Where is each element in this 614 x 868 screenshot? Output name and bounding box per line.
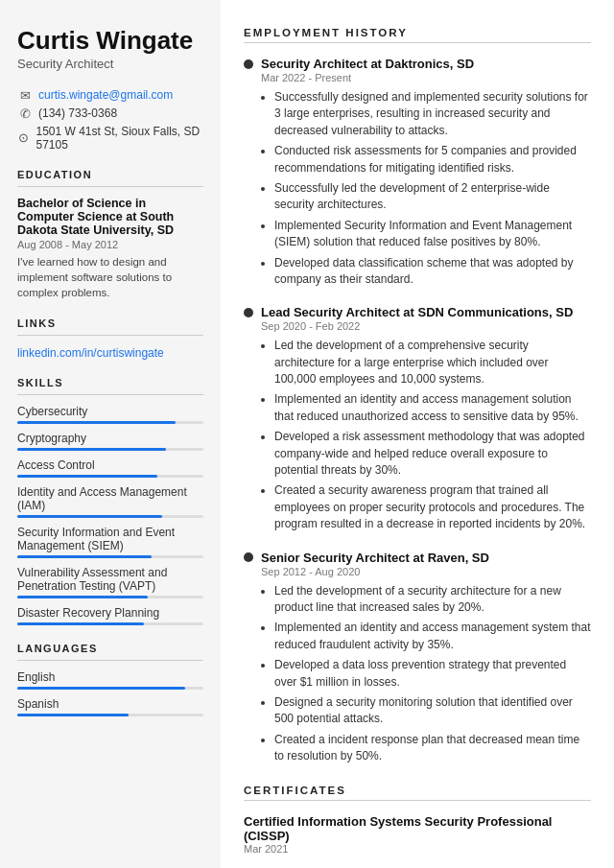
skill-label: Identity and Access Management (IAM) bbox=[17, 485, 203, 512]
job-bullet: Successfully led the development of 2 en… bbox=[274, 180, 591, 214]
skill-label: Access Control bbox=[17, 458, 203, 472]
main-content: EMPLOYMENT HISTORY Security Architect at… bbox=[221, 0, 614, 868]
certificates-section: CERTIFICATES Certified Information Syste… bbox=[244, 785, 591, 869]
job-header: Senior Security Architect at Raven, SD bbox=[244, 551, 591, 565]
skill-bar-fill bbox=[17, 475, 157, 478]
skill-item: Disaster Recovery Planning bbox=[17, 606, 203, 625]
job-title: Senior Security Architect at Raven, SD bbox=[261, 551, 489, 565]
job-bullet: Implemented Security Information and Eve… bbox=[274, 218, 591, 251]
language-item: Spanish bbox=[17, 697, 203, 716]
job-dot bbox=[244, 308, 253, 317]
education-section-title: EDUCATION bbox=[17, 169, 203, 180]
skill-bar-fill bbox=[17, 515, 162, 518]
job-header: Lead Security Architect at SDN Communica… bbox=[244, 305, 591, 319]
skill-bar-background bbox=[17, 555, 203, 558]
certificates-title: CERTIFICATES bbox=[244, 785, 591, 796]
linkedin-link[interactable]: linkedin.com/in/curtiswingate bbox=[17, 346, 164, 360]
skill-item: Access Control bbox=[17, 458, 203, 478]
address-contact: ⊙ 1501 W 41st St, Sioux Falls, SD 57105 bbox=[17, 125, 203, 152]
location-icon: ⊙ bbox=[17, 130, 30, 145]
job-date: Mar 2022 - Present bbox=[261, 72, 591, 83]
job-bullet: Led the development of a comprehensive s… bbox=[274, 338, 591, 387]
job-entry: Lead Security Architect at SDN Communica… bbox=[244, 305, 591, 532]
job-bullet: Conducted risk assessments for 5 compani… bbox=[274, 143, 591, 176]
language-bar-background bbox=[17, 687, 203, 690]
certificate-name: Certified Information Systems Security P… bbox=[244, 814, 591, 843]
skill-label: Cybersecurity bbox=[17, 405, 203, 418]
job-bullet: Implemented an identity and access manag… bbox=[274, 391, 591, 425]
skill-bar-background bbox=[17, 515, 203, 518]
skill-label: Vulnerability Assessment and Penetration… bbox=[17, 566, 203, 593]
skill-label: Cryptography bbox=[17, 432, 203, 445]
job-date: Sep 2012 - Aug 2020 bbox=[261, 566, 591, 577]
job-bullet: Led the development of a security archit… bbox=[274, 583, 591, 617]
skill-bar-background bbox=[17, 475, 203, 478]
language-label: Spanish bbox=[17, 697, 203, 711]
job-bullet: Developed a risk assessment methodology … bbox=[274, 429, 591, 479]
job-bullet: Created a incident response plan that de… bbox=[274, 732, 591, 765]
job-bullet: Developed a data loss prevention strateg… bbox=[274, 657, 591, 691]
phone-contact: ✆ (134) 733-0368 bbox=[17, 106, 203, 121]
skill-item: Cryptography bbox=[17, 432, 203, 451]
job-header: Security Architect at Daktronics, SD bbox=[244, 57, 591, 71]
job-bullets: Led the development of a comprehensive s… bbox=[261, 338, 591, 532]
job-title: Lead Security Architect at SDN Communica… bbox=[261, 305, 573, 319]
language-bar-fill bbox=[17, 714, 129, 716]
skill-bar-background bbox=[17, 421, 203, 424]
skill-bar-fill bbox=[17, 596, 148, 598]
job-entry: Security Architect at Daktronics, SD Mar… bbox=[244, 57, 591, 288]
skill-bar-fill bbox=[17, 622, 144, 625]
job-bullets: Led the development of a security archit… bbox=[261, 583, 591, 765]
skills-divider bbox=[17, 394, 203, 395]
languages-list: English Spanish bbox=[17, 670, 203, 716]
job-date: Sep 2020 - Feb 2022 bbox=[261, 320, 591, 332]
sidebar: Curtis Wingate Security Architect ✉ curt… bbox=[0, 0, 221, 868]
skill-item: Cybersecurity bbox=[17, 405, 203, 424]
employment-divider bbox=[244, 42, 591, 43]
education-date: Aug 2008 - May 2012 bbox=[17, 239, 203, 250]
skill-bar-fill bbox=[17, 555, 152, 558]
resume-container: Curtis Wingate Security Architect ✉ curt… bbox=[0, 0, 614, 868]
address-value: 1501 W 41st St, Sioux Falls, SD 57105 bbox=[35, 125, 203, 152]
language-label: English bbox=[17, 670, 203, 684]
email-contact: ✉ curtis.wingate@gmail.com bbox=[17, 88, 203, 103]
skill-bar-background bbox=[17, 596, 203, 598]
job-bullet: Created a security awareness program tha… bbox=[274, 482, 591, 532]
candidate-name: Curtis Wingate bbox=[17, 27, 203, 55]
job-entry: Senior Security Architect at Raven, SD S… bbox=[244, 551, 591, 765]
skill-item: Security Information and Event Managemen… bbox=[17, 526, 203, 558]
certificate-entry: Certified Information Systems Security P… bbox=[244, 814, 591, 855]
skill-item: Vulnerability Assessment and Penetration… bbox=[17, 566, 203, 598]
education-description: I've learned how to design and implement… bbox=[17, 254, 203, 300]
job-bullet: Developed data classification scheme tha… bbox=[274, 255, 591, 289]
links-divider bbox=[17, 335, 203, 336]
certificates-list: Certified Information Systems Security P… bbox=[244, 814, 591, 869]
employment-title: EMPLOYMENT HISTORY bbox=[244, 27, 591, 38]
job-bullet: Implemented an identity and access manag… bbox=[274, 620, 591, 653]
skill-item: Identity and Access Management (IAM) bbox=[17, 485, 203, 518]
job-dot bbox=[244, 552, 253, 562]
job-bullet: Designed a security monitoring solution … bbox=[274, 694, 591, 728]
skill-bar-background bbox=[17, 448, 203, 451]
skills-list: Cybersecurity Cryptography Access Contro… bbox=[17, 405, 203, 625]
skill-label: Disaster Recovery Planning bbox=[17, 606, 203, 620]
skill-bar-fill bbox=[17, 421, 176, 424]
job-bullets: Successfully designed and implemented se… bbox=[261, 89, 591, 288]
skill-bar-fill bbox=[17, 448, 166, 451]
skill-label: Security Information and Event Managemen… bbox=[17, 526, 203, 552]
language-bar-background bbox=[17, 714, 203, 716]
job-title: Security Architect at Daktronics, SD bbox=[261, 57, 474, 71]
candidate-title: Security Architect bbox=[17, 57, 203, 71]
email-link[interactable]: curtis.wingate@gmail.com bbox=[38, 88, 173, 102]
skill-bar-background bbox=[17, 622, 203, 625]
phone-icon: ✆ bbox=[17, 106, 33, 121]
job-bullet: Successfully designed and implemented se… bbox=[274, 89, 591, 139]
email-icon: ✉ bbox=[17, 88, 33, 103]
language-item: English bbox=[17, 670, 203, 690]
education-divider bbox=[17, 186, 203, 187]
certificate-date: Mar 2021 bbox=[244, 843, 591, 855]
jobs-list: Security Architect at Daktronics, SD Mar… bbox=[244, 57, 591, 765]
education-degree: Bachelor of Science in Computer Science … bbox=[17, 197, 203, 237]
skills-section-title: SKILLS bbox=[17, 377, 203, 388]
employment-section: EMPLOYMENT HISTORY Security Architect at… bbox=[244, 27, 591, 765]
